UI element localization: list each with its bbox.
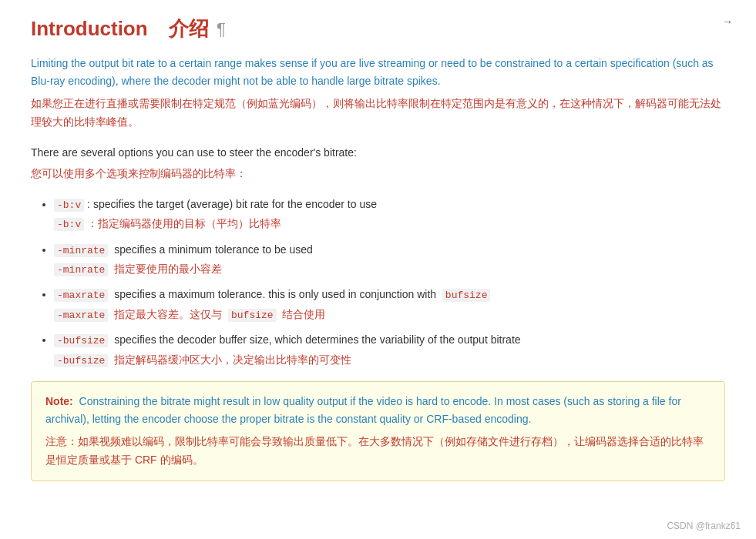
code-bufsize-zh-ref: bufsize [228, 309, 277, 322]
code-bv-zh: -b:v [54, 218, 84, 231]
code-minrate: -minrate [54, 244, 108, 257]
list-item: -b:v : specifies the target (average) bi… [54, 196, 725, 233]
intro-zh: 如果您正在进行直播或需要限制在特定规范（例如蓝光编码），则将输出比特率限制在特定… [31, 95, 725, 132]
heading-en: Introduction [31, 17, 148, 41]
note-label: Note: [45, 395, 73, 407]
note-box: Note: Constraining the bitrate might res… [31, 381, 725, 481]
intro-en: Limiting the output bit rate to a certai… [31, 55, 725, 90]
page-heading: Introduction 介绍 ¶ [31, 15, 725, 42]
list-item: -maxrate specifies a maximum tolerance. … [54, 286, 725, 323]
note-en: Note: Constraining the bitrate might res… [45, 393, 711, 428]
pilcrow-icon: ¶ [217, 19, 226, 39]
code-bufsize-ref: bufsize [442, 289, 491, 302]
code-bv: -b:v [54, 199, 84, 212]
code-bufsize-zh: -bufsize [54, 354, 108, 367]
code-minrate-zh: -minrate [54, 263, 108, 276]
bitrate-options-list: -b:v : specifies the target (average) bi… [31, 196, 725, 370]
options-en: There are several options you can use to… [31, 144, 725, 162]
top-arrow: → [722, 15, 733, 28]
code-bufsize: -bufsize [54, 334, 108, 347]
note-en-text: Constraining the bitrate might result in… [45, 395, 681, 425]
code-maxrate-zh: -maxrate [54, 309, 108, 322]
options-zh: 您可以使用多个选项来控制编码器的比特率： [31, 165, 725, 183]
note-zh: 注意：如果视频难以编码，限制比特率可能会导致输出质量低下。在大多数情况下（例如存… [45, 433, 711, 470]
list-item: -minrate specifies a minimum tolerance t… [54, 241, 725, 279]
list-item: -bufsize specifies the decoder buffer si… [54, 331, 725, 369]
code-maxrate: -maxrate [54, 289, 108, 302]
heading-zh: 介绍 [169, 15, 209, 42]
footer-watermark: CSDN @frankz61 [667, 521, 741, 531]
